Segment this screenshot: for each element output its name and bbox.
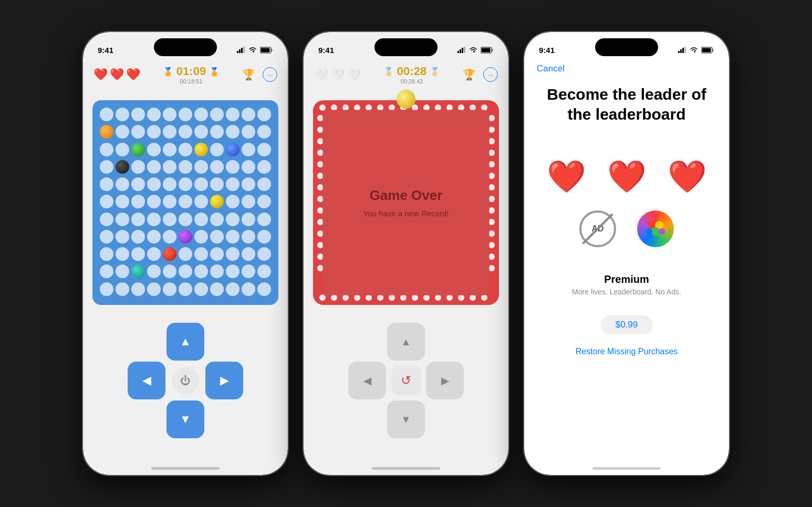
svg-rect-17	[702, 48, 711, 52]
left-button-1[interactable]: ◀	[128, 362, 165, 399]
dot	[210, 247, 224, 261]
up-icon-2: ▲	[401, 336, 411, 348]
phone-1: 9:41	[83, 32, 288, 475]
dot	[210, 177, 224, 191]
dot	[163, 108, 176, 121]
left-button-2[interactable]: ◀	[348, 362, 386, 399]
ball-black	[116, 160, 129, 174]
down-arrow-icon: ▼	[180, 413, 191, 426]
dot	[163, 265, 176, 278]
crown-left-icon: 🏅	[163, 67, 173, 77]
home-indicator-3	[592, 467, 661, 470]
power-button-1[interactable]: ⏻	[172, 367, 199, 394]
more-button-2[interactable]: ···	[483, 67, 498, 82]
dot	[194, 247, 208, 261]
dot	[147, 195, 161, 208]
dot	[226, 247, 240, 261]
dot	[242, 195, 255, 208]
dot	[163, 177, 176, 191]
dot	[147, 177, 161, 191]
dot	[194, 125, 208, 139]
dot	[257, 125, 271, 139]
dot	[210, 213, 224, 226]
up-button-1[interactable]: ▲	[166, 323, 204, 361]
down-button-1[interactable]: ▼	[166, 400, 204, 438]
up-arrow-icon: ▲	[180, 335, 191, 348]
header-actions-1: 🏆 ···	[242, 67, 277, 82]
ball-purple	[179, 230, 192, 244]
power-icon: ⏻	[180, 375, 191, 387]
dot	[194, 265, 208, 278]
dot	[242, 108, 255, 121]
status-time-1: 9:41	[98, 46, 113, 55]
up-button-2[interactable]: ▲	[387, 323, 425, 361]
timer-section-2: 🏅 00:28 🏅 00:28.42	[383, 65, 440, 85]
battery-icon-2	[481, 47, 494, 54]
game-over-title: Game Over	[370, 187, 443, 204]
svg-rect-3	[243, 47, 245, 53]
no-ads-icon: AD	[579, 210, 616, 247]
dot	[257, 177, 271, 191]
dynamic-island-2	[374, 38, 438, 56]
dot	[242, 143, 255, 156]
dot	[131, 195, 145, 208]
dot	[210, 230, 224, 244]
dot	[194, 177, 208, 191]
dot	[100, 213, 113, 226]
dot	[226, 230, 240, 244]
more-button-1[interactable]: ···	[263, 67, 277, 82]
svg-point-22	[659, 228, 665, 235]
dot	[179, 108, 192, 121]
crown-right-icon: 🏅	[209, 67, 220, 77]
svg-rect-9	[464, 47, 465, 53]
dot	[242, 247, 255, 261]
heart-empty-1: 🤍	[314, 68, 328, 81]
dot	[147, 282, 161, 296]
dot	[163, 160, 176, 174]
dot	[147, 213, 161, 226]
svg-rect-5	[261, 48, 270, 52]
dot	[257, 195, 271, 208]
dot	[100, 230, 113, 244]
home-indicator-2	[372, 467, 440, 470]
wifi-icon	[248, 47, 257, 53]
ball-green	[131, 143, 145, 156]
premium-label-section: Premium More lives. Leaderboard. No Ads.	[524, 273, 729, 296]
dot	[100, 160, 113, 174]
trophy-icon-1[interactable]: 🏆	[242, 68, 255, 81]
controls-2: ▲ ◀ ↺ ▶ ▼	[348, 323, 464, 438]
price-button[interactable]: $0.99	[601, 315, 653, 334]
dot	[100, 177, 113, 191]
dot	[194, 108, 208, 121]
trophy-icon-2[interactable]: 🏆	[463, 68, 476, 81]
dot	[116, 230, 129, 244]
dot	[242, 282, 255, 296]
restore-button[interactable]: Restore Missing Purchases	[524, 347, 729, 356]
dot	[242, 177, 255, 191]
status-time-2: 9:41	[318, 46, 334, 55]
status-icons-1	[237, 47, 273, 54]
dot	[116, 213, 129, 226]
svg-rect-1	[239, 49, 241, 53]
dot	[257, 247, 271, 261]
dot	[100, 195, 113, 208]
dot	[194, 213, 208, 226]
restart-button-2[interactable]: ↺	[391, 366, 421, 395]
dot	[179, 160, 192, 174]
cancel-button[interactable]: Cancel	[537, 64, 565, 74]
down-button-2[interactable]: ▼	[387, 400, 425, 438]
right-button-1[interactable]: ▶	[205, 362, 243, 399]
svg-rect-7	[460, 49, 461, 53]
right-button-2[interactable]: ▶	[426, 362, 464, 399]
heart-empty-3: 🤍	[347, 68, 361, 81]
ellipsis-icon-2: ···	[488, 71, 494, 79]
controls-1: ▲ ◀ ⏻ ▶ ▼	[128, 323, 243, 438]
timer-main-2: 00:28	[397, 65, 426, 78]
wifi-icon-3	[690, 47, 698, 53]
dot	[116, 177, 129, 191]
dot	[147, 160, 161, 174]
dot	[163, 230, 176, 244]
dot	[147, 143, 161, 156]
dot	[226, 195, 240, 208]
dot	[179, 195, 192, 208]
